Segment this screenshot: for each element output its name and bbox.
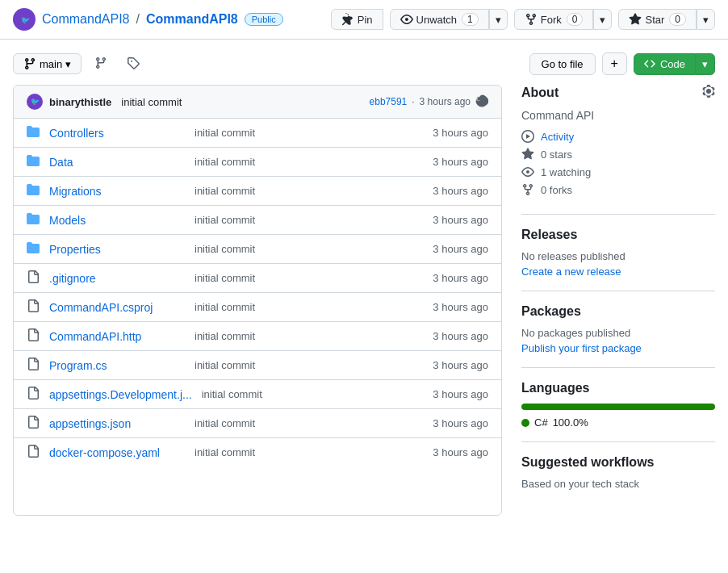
- repo-owner-link[interactable]: CommandAPI8: [42, 12, 130, 27]
- suggested-workflows-section: Suggested workflows Based on your tech s…: [521, 455, 715, 503]
- file-name[interactable]: Models: [49, 214, 185, 227]
- add-file-button[interactable]: +: [602, 52, 627, 75]
- commit-hash-group: ebb7591 · 3 hours ago: [370, 94, 488, 110]
- fork-count: 0: [567, 13, 584, 26]
- repo-actions: Pin Unwatch 1 ▾ Fork 0 ▾ Star: [331, 9, 715, 30]
- folder-icon: [27, 125, 40, 138]
- forks-count: 0 forks: [541, 184, 572, 196]
- file-name[interactable]: appsettings.Development.j...: [49, 388, 192, 401]
- about-section: About Command API Activity 0 stars 1 wat…: [521, 85, 715, 215]
- lang-name: C#: [534, 416, 548, 429]
- fork-icon: [521, 183, 534, 196]
- folder-icon: [27, 241, 40, 254]
- unwatch-count: 1: [462, 13, 479, 26]
- branch-name: main: [40, 58, 62, 70]
- commit-history-button[interactable]: [475, 94, 488, 110]
- star-count: 0: [669, 13, 686, 26]
- file-time: 3 hours ago: [408, 388, 488, 400]
- file-name[interactable]: CommandAPI.http: [49, 330, 185, 343]
- folder-icon: [27, 212, 40, 225]
- branch-icon-button[interactable]: [88, 53, 114, 75]
- tag-icon-button[interactable]: [120, 53, 146, 75]
- unwatch-button[interactable]: Unwatch 1: [390, 9, 489, 30]
- pin-button[interactable]: Pin: [331, 9, 383, 30]
- commit-avatar: 🐦: [27, 94, 43, 110]
- avatar: 🐦: [13, 8, 36, 31]
- stars-item: 0 stars: [521, 148, 715, 161]
- fork-button[interactable]: Fork 0: [514, 9, 594, 30]
- fork-dropdown[interactable]: ▾: [593, 9, 612, 30]
- file-commit: initial commit: [195, 127, 398, 139]
- code-dropdown[interactable]: ▾: [696, 53, 715, 75]
- table-row: Migrations initial commit 3 hours ago: [14, 177, 501, 206]
- file-name[interactable]: Controllers: [49, 127, 185, 140]
- suggested-desc: Based on your tech stack: [521, 478, 715, 490]
- file-name[interactable]: Migrations: [49, 185, 185, 198]
- file-time: 3 hours ago: [408, 417, 488, 429]
- file-time: 3 hours ago: [408, 214, 488, 226]
- commit-bar: 🐦 binarythistle initial commit ebb7591 ·…: [14, 86, 501, 119]
- file-name[interactable]: appsettings.json: [49, 417, 185, 430]
- sidebar: About Command API Activity 0 stars 1 wat…: [521, 85, 715, 516]
- packages-none: No packages published: [521, 327, 715, 339]
- file-name[interactable]: .gitignore: [49, 272, 185, 285]
- code-button-group: Code ▾: [634, 53, 715, 75]
- svg-text:🐦: 🐦: [21, 15, 31, 25]
- repo-header: 🐦 CommandAPI8 / CommandAPI8 Public Pin U…: [0, 0, 728, 40]
- file-table: 🐦 binarythistle initial commit ebb7591 ·…: [13, 85, 502, 516]
- go-to-file-button[interactable]: Go to file: [529, 53, 596, 75]
- file-icon: [27, 387, 40, 399]
- star-button[interactable]: Star 0: [618, 9, 697, 30]
- file-commit: initial commit: [195, 301, 398, 313]
- activity-link[interactable]: Activity: [541, 131, 574, 143]
- releases-section: Releases No releases published Create a …: [521, 228, 715, 291]
- watching-item: 1 watching: [521, 165, 715, 178]
- about-title: About: [521, 85, 715, 101]
- commit-hash-link[interactable]: ebb7591: [370, 96, 408, 107]
- file-icon: [27, 358, 40, 370]
- stars-count: 0 stars: [541, 148, 572, 161]
- file-list: Controllers initial commit 3 hours ago D…: [14, 119, 501, 466]
- suggested-title: Suggested workflows: [521, 455, 715, 470]
- csharp-bar-fill: [521, 404, 715, 410]
- star-dropdown[interactable]: ▾: [697, 9, 715, 30]
- code-label: Code: [660, 58, 685, 70]
- table-row: Data initial commit 3 hours ago: [14, 148, 501, 177]
- repo-name-link[interactable]: CommandAPI8: [146, 12, 238, 27]
- file-name[interactable]: Data: [49, 156, 185, 169]
- pin-group: Pin: [331, 9, 383, 30]
- file-time: 3 hours ago: [408, 330, 488, 342]
- repo-identity: 🐦 CommandAPI8 / CommandAPI8 Public: [13, 8, 283, 31]
- visibility-badge: Public: [245, 13, 283, 26]
- about-description: Command API: [521, 109, 715, 122]
- file-time: 3 hours ago: [408, 127, 488, 139]
- packages-section: Packages No packages published Publish y…: [521, 304, 715, 368]
- table-row: appsettings.Development.j... initial com…: [14, 380, 501, 409]
- file-time: 3 hours ago: [408, 446, 488, 458]
- create-release-link[interactable]: Create a new release: [521, 266, 715, 278]
- branch-selector[interactable]: main ▾: [13, 53, 82, 74]
- file-time: 3 hours ago: [408, 272, 488, 284]
- code-button[interactable]: Code: [634, 53, 696, 75]
- publish-package-link[interactable]: Publish your first package: [521, 342, 715, 354]
- pin-label: Pin: [358, 14, 373, 26]
- file-name[interactable]: docker-compose.yaml: [49, 446, 185, 459]
- file-time: 3 hours ago: [408, 185, 488, 197]
- commit-author[interactable]: binarythistle: [49, 96, 111, 108]
- csharp-lang-item: C# 100.0%: [521, 416, 715, 429]
- folder-icon: [27, 154, 40, 167]
- commit-time: 3 hours ago: [420, 96, 471, 107]
- settings-icon[interactable]: [702, 85, 715, 101]
- unwatch-dropdown[interactable]: ▾: [489, 9, 508, 30]
- releases-title: Releases: [521, 228, 715, 242]
- file-name[interactable]: Program.cs: [49, 359, 185, 372]
- file-name[interactable]: Properties: [49, 243, 185, 256]
- table-row: .gitignore initial commit 3 hours ago: [14, 264, 501, 293]
- file-time: 3 hours ago: [408, 359, 488, 371]
- packages-title: Packages: [521, 304, 715, 319]
- languages-title: Languages: [521, 381, 715, 395]
- file-name[interactable]: CommandAPI.csproj: [49, 301, 185, 314]
- table-row: Properties initial commit 3 hours ago: [14, 235, 501, 264]
- unwatch-group: Unwatch 1 ▾: [390, 9, 508, 30]
- star-icon: [521, 148, 534, 161]
